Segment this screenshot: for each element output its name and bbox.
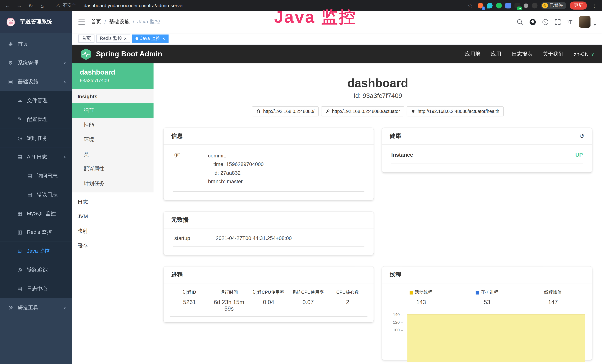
url-text[interactable]: dashboard.yudao.iocoder.cn/infra/admin-s… (84, 3, 184, 8)
sidebar-item-system-mgmt[interactable]: ⚙ 系统管理 ∨ (0, 54, 72, 72)
y-axis-tick: 140 (390, 312, 403, 317)
sidebar-item-file-mgmt[interactable]: ☁ 文件管理 (0, 91, 72, 110)
sba-nav-applications[interactable]: 应用 (491, 51, 501, 57)
extension-icon-2[interactable] (487, 3, 493, 8)
stat-label: CPU核心数 (329, 290, 366, 295)
sidebar-item-label: 首页 (18, 40, 28, 47)
sba-menu-scheduled-tasks[interactable]: 计划任务 (72, 176, 153, 191)
extension-icon-3[interactable] (496, 3, 502, 8)
hamburger-icon[interactable] (78, 20, 85, 24)
history-icon[interactable]: ↺ (579, 132, 584, 140)
browser-home-icon[interactable]: ⌂ (38, 2, 46, 9)
extension-icon-6[interactable] (524, 3, 528, 8)
threads-legend: 活动线程 143 守护进程 53 线程峰值 14 (388, 290, 586, 305)
reload-icon[interactable]: ↻ (27, 2, 34, 9)
sidebar-item-api-logs[interactable]: ▤ API 日志 ∧ (0, 147, 72, 166)
stat-label: 运行时间 (211, 290, 247, 295)
metadata-key: startup (173, 236, 216, 241)
sidebar-item-mysql-monitor[interactable]: ▦ MySQL 监控 (0, 204, 72, 223)
sba-menu-mappings[interactable]: 映射 (72, 224, 153, 238)
sidebar-item-access-logs[interactable]: ▤ 访问日志 (0, 166, 72, 185)
sidebar-item-infrastructure[interactable]: ▣ 基础设施 ∧ (0, 72, 72, 91)
sidebar-item-log-center[interactable]: ▤ 日志中心 (0, 279, 72, 298)
extension-puzzle-icon[interactable] (532, 3, 537, 8)
tab-java-monitor[interactable]: Java 监控 × (132, 34, 168, 43)
sba-menu-environment[interactable]: 环境 (72, 132, 153, 147)
github-icon[interactable] (529, 19, 536, 25)
extension-icon-5[interactable]: on (514, 3, 520, 8)
avatar-caret-icon[interactable]: ▾ (594, 23, 596, 27)
sidebar-item-label: Java 监控 (27, 247, 50, 254)
sba-nav-wallboard[interactable]: 应用墙 (465, 51, 481, 57)
service-url-link[interactable]: http://192.168.0.2:48080/ (252, 107, 319, 117)
sidebar-item-dev-tools[interactable]: ⚒ 研发工具 ∨ (0, 298, 72, 317)
sba-nav-about[interactable]: 关于我们 (543, 51, 564, 57)
sba-menu-performance[interactable]: 性能 (72, 118, 153, 133)
extension-icon-1[interactable]: 1 (477, 3, 483, 8)
browser-menu-icon[interactable]: ⋮ (591, 2, 598, 9)
fullscreen-icon[interactable] (555, 19, 560, 25)
font-size-icon[interactable]: TT (567, 19, 572, 25)
sidebar-item-home[interactable]: ◉ 首页 (0, 34, 72, 53)
tab-home[interactable]: 首页 (78, 34, 94, 43)
stat-value: 6d 23h 15m 59s (211, 299, 247, 312)
sidebar-item-label: MySQL 监控 (27, 210, 56, 217)
eye-icon: ◎ (17, 267, 23, 273)
sba-main: dashboard Id: 93a3fc7f7409 http://192.16… (153, 64, 602, 364)
extension-icon-4[interactable] (505, 3, 511, 8)
sba-menu-classes[interactable]: 类 (72, 147, 153, 162)
annotation-java-monitor: Java 监控 (274, 6, 356, 28)
breadcrumb-home[interactable]: 首页 (91, 18, 101, 25)
metadata-card-title: 元数据 (171, 216, 189, 224)
sba-menu-logs[interactable]: 日志 (72, 195, 153, 209)
legend-label: 守护进程 (481, 290, 498, 295)
sba-menu-details[interactable]: 细节 (72, 103, 153, 118)
sidebar-item-label: 研发工具 (18, 304, 38, 311)
app-logo[interactable]: 芋道管理系统 (0, 11, 72, 33)
extension-badge: 1 (482, 7, 485, 10)
chevron-down-icon: ∨ (64, 61, 66, 65)
sba-instance-header[interactable]: dashboard 93a3fc7f7409 (72, 64, 153, 89)
close-icon[interactable]: × (162, 36, 165, 41)
actuator-url-link[interactable]: http://192.168.0.2:48080/actuator (321, 107, 404, 117)
help-icon[interactable]: ? (542, 19, 548, 25)
sidebar-item-scheduled-tasks[interactable]: ◷ 定时任务 (0, 129, 72, 147)
screen: ← → ↻ ⌂ ⚠ 不安全 | dashboard.yudao.iocoder.… (0, 0, 602, 364)
sidebar-item-error-logs[interactable]: ▤ 错误日志 (0, 185, 72, 204)
sba-brand-title[interactable]: Spring Boot Admin (96, 50, 162, 58)
sba-nav-journal[interactable]: 日志报表 (512, 51, 532, 57)
bookmark-star-icon[interactable]: ☆ (466, 2, 474, 9)
sidebar-item-config-mgmt[interactable]: ✎ 配置管理 (0, 110, 72, 128)
sidebar-item-label: 错误日志 (37, 191, 58, 198)
sidebar-item-redis-monitor[interactable]: ▥ Redis 监控 (0, 223, 72, 241)
close-icon[interactable]: × (124, 36, 127, 41)
status-badge: UP (575, 152, 583, 158)
sba-menu-caches[interactable]: 缓存 (72, 238, 153, 253)
sba-menu-config-props[interactable]: 配置属性 (72, 162, 153, 176)
back-icon[interactable]: ← (4, 2, 11, 9)
sba-locale-select[interactable]: zh-CN ∨ (574, 51, 594, 57)
forward-icon[interactable]: → (15, 2, 23, 9)
health-url-link[interactable]: http://192.168.0.2:48080/actuator/health (406, 107, 504, 117)
y-axis-tick: 100 (390, 328, 403, 332)
sidebar-item-trace[interactable]: ◎ 链路追踪 (0, 260, 72, 279)
sba-menu-jvm[interactable]: JVM (72, 209, 153, 224)
browser-update-button[interactable]: 更新 (570, 1, 587, 10)
metadata-startup-row: startup 2021-04-27T00:44:31.254+08:00 (173, 236, 364, 247)
log-icon: ▤ (17, 154, 23, 160)
url-divider: | (79, 3, 80, 8)
process-stats: 进程ID5261 运行时间6d 23h 15m 59s 进程CPU使用率0.04… (170, 290, 367, 317)
sidebar-item-label: API 日志 (27, 153, 47, 160)
search-icon[interactable] (517, 19, 523, 25)
sidebar-item-label: 访问日志 (37, 172, 58, 179)
tab-redis-monitor[interactable]: Redis 监控 × (97, 34, 130, 43)
breadcrumb-separator: / (104, 19, 106, 25)
sidebar-item-java-monitor[interactable]: ⊡ Java 监控 (0, 242, 72, 260)
health-card: 健康 ↺ Instance UP (382, 128, 592, 172)
process-card-title: 进程 (171, 271, 183, 278)
health-row-label: Instance (391, 152, 413, 158)
sync-paused-badge[interactable]: ☺ 已暂停 (541, 2, 566, 9)
breadcrumb-infrastructure[interactable]: 基础设施 (109, 18, 130, 25)
url-bar[interactable]: ⚠ 不安全 | dashboard.yudao.iocoder.cn/infra… (56, 2, 184, 9)
user-avatar[interactable] (579, 16, 591, 28)
